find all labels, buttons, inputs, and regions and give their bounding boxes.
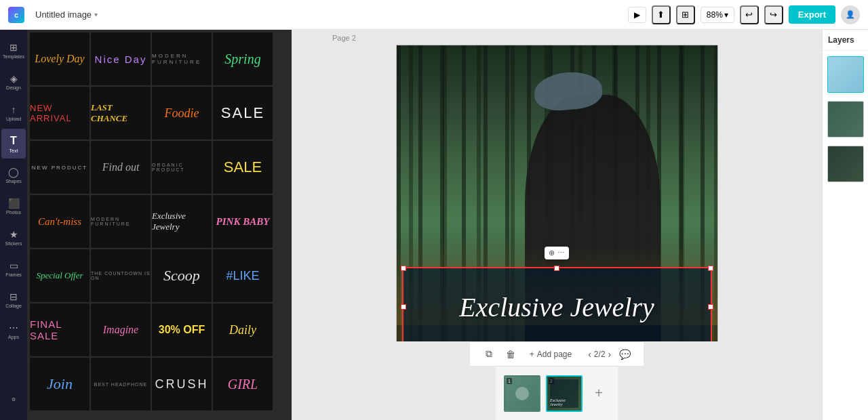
text-icon: T [10, 135, 17, 147]
apps-icon [9, 322, 18, 333]
text-style-modern-furniture-1[interactable]: MODERN FURNITURE [152, 33, 212, 85]
text-style-lovely-day[interactable]: Lovely Day [30, 33, 90, 85]
text-style-30off[interactable]: 30% OFF [152, 303, 212, 356]
text-style-sale-2[interactable]: SALE [213, 141, 273, 194]
text-style-cantmiss[interactable]: Can't-miss [30, 195, 90, 248]
handle-tr[interactable] [708, 266, 713, 271]
next-page-button[interactable]: › [608, 349, 612, 360]
canvas-bottom-bar: ⧉ 🗑 + Add page ‹ 2/2 › 💬 [470, 341, 644, 366]
context-icon-1[interactable]: ⊕ [549, 249, 555, 257]
text-style-imagine[interactable]: Imagine [91, 303, 151, 356]
share-button[interactable]: ⬆ [652, 5, 671, 24]
text-style-label: ORGANIC PRODUCT [152, 163, 212, 172]
layers-panel: Layers [822, 30, 868, 420]
share-icon: ⬆ [657, 9, 665, 20]
sidebar-item-stickers[interactable]: Stickers [1, 222, 26, 252]
text-style-find-out[interactable]: Find out [91, 141, 151, 194]
sidebar-item-collage[interactable]: Collage [1, 285, 26, 314]
text-style-organic[interactable]: ORGANIC PRODUCT [152, 141, 212, 194]
sidebar-item-shapes[interactable]: Shapes [1, 160, 26, 190]
logo: c [8, 7, 24, 23]
context-menu: ⊕ ⋯ [545, 247, 569, 259]
sidebar-item-upload[interactable]: Upload [1, 98, 26, 127]
sidebar-item-frames[interactable]: Frames [1, 253, 26, 283]
text-style-final-sale[interactable]: FINAL SALE [30, 303, 90, 356]
play-button[interactable]: ▶ [628, 7, 646, 23]
redo-icon: ↪ [770, 9, 777, 20]
text-style-foodie[interactable]: Foodie [152, 87, 212, 140]
add-page-button[interactable]: + Add page [524, 347, 577, 362]
handle-ml[interactable] [401, 304, 406, 310]
photos-label: Photos [6, 210, 21, 215]
text-style-best-headphone[interactable]: Best Headphone [91, 358, 151, 411]
templates-label: Templates [3, 54, 24, 59]
undo-button[interactable]: ↩ [740, 5, 759, 24]
text-style-label: LAST CHANCE [91, 102, 151, 124]
layer-item-3[interactable] [827, 146, 864, 182]
duplicate-icon[interactable]: ⧉ [481, 346, 497, 362]
canvas-text-content[interactable]: Exclusive Jewelry [459, 291, 654, 323]
text-style-new-product[interactable]: NEW PRODUCT [30, 141, 90, 194]
text-style-last-chance[interactable]: LAST CHANCE [91, 87, 151, 140]
layer-item-1[interactable] [827, 56, 864, 93]
text-style-special-offer[interactable]: Special Offer [30, 249, 90, 302]
text-style-join[interactable]: Join [30, 358, 90, 411]
text-style-label: SALE [224, 159, 262, 176]
handle-mr[interactable] [708, 304, 713, 310]
sidebar-item-design[interactable]: Design [1, 66, 26, 96]
text-style-crush[interactable]: CRUSH [152, 358, 212, 411]
design-label: Design [6, 85, 21, 90]
text-style-exclusive-jewelry[interactable]: Exclusive Jewelry [152, 195, 212, 248]
text-style-girl[interactable]: GIRL [213, 358, 273, 411]
add-page-thumbnail-button[interactable]: + [588, 375, 610, 412]
text-style-label: Can't-miss [38, 216, 81, 228]
redo-button[interactable]: ↪ [764, 5, 783, 24]
handle-tm[interactable] [554, 266, 559, 271]
text-style-new-arrival[interactable]: NEW ARRIVAL [30, 87, 90, 140]
handle-tl[interactable] [401, 266, 406, 271]
thumbnail-page-2[interactable]: 2 Exclusive Jewelry [546, 375, 583, 412]
frames-label: Frames [5, 272, 22, 277]
sidebar-item-text[interactable]: T Text [1, 129, 26, 159]
collage-icon [9, 291, 18, 302]
text-style-sale-1[interactable]: SALE [213, 87, 273, 140]
layer-item-2[interactable] [827, 101, 864, 138]
text-style-label: Foodie [165, 106, 199, 121]
sidebar-item-settings[interactable]: ⚙ [1, 385, 26, 415]
text-style-countdown[interactable]: THE COUNTDOWN IS ON [91, 249, 151, 302]
prev-page-button[interactable]: ‹ [588, 349, 591, 360]
text-style-label: SALE [221, 104, 264, 122]
zoom-control[interactable]: 88% ▾ [701, 7, 734, 23]
grid-button[interactable]: ⊞ [676, 5, 695, 24]
text-style-modern-furniture-2[interactable]: MODERN FURNITURE [91, 195, 151, 248]
sidebar-item-photos[interactable]: Photos [1, 191, 26, 221]
comments-icon[interactable]: 💬 [616, 346, 633, 362]
sidebar-item-apps[interactable]: Apps [1, 316, 26, 345]
stickers-icon [9, 229, 18, 240]
delete-icon[interactable]: 🗑 [502, 346, 519, 362]
thumbnail-page-1[interactable]: 1 [504, 375, 540, 412]
text-label: Text [9, 148, 18, 153]
user-avatar[interactable]: 👤 [841, 5, 860, 24]
text-style-label: NEW PRODUCT [32, 165, 87, 171]
zoom-dropdown-icon: ▾ [724, 10, 728, 20]
text-style-nice-day[interactable]: Nice Day [91, 33, 151, 85]
stickers-label: Stickers [5, 241, 22, 246]
text-style-pink-baby[interactable]: PINK BABY [213, 195, 273, 248]
selected-text-element[interactable]: ⊕ ⋯ Exclusive Jewelry [402, 267, 712, 341]
text-style-like[interactable]: #LIKE [213, 249, 273, 302]
sidebar-item-templates[interactable]: Templates [1, 35, 26, 65]
text-style-spring[interactable]: Spring [213, 33, 273, 85]
title-area[interactable]: Untitled image ▾ [35, 9, 98, 20]
canvas-wrapper[interactable]: ⊕ ⋯ Exclusive Jewelry [396, 45, 718, 341]
templates-icon [9, 42, 18, 53]
export-button[interactable]: Export [789, 5, 835, 24]
context-icon-2[interactable]: ⋯ [557, 249, 565, 257]
text-styles-panel: Lovely Day Nice Day MODERN FURNITURE Spr… [27, 30, 292, 420]
design-icon [10, 73, 18, 84]
text-style-scoop[interactable]: Scoop [152, 249, 212, 302]
user-icon-symbol: 👤 [846, 10, 855, 19]
text-style-daily[interactable]: Daily [213, 303, 273, 356]
topbar: c Untitled image ▾ ▶ ⬆ ⊞ 88% ▾ ↩ ↪ Expor… [0, 0, 868, 30]
text-style-label: Lovely Day [35, 53, 84, 65]
